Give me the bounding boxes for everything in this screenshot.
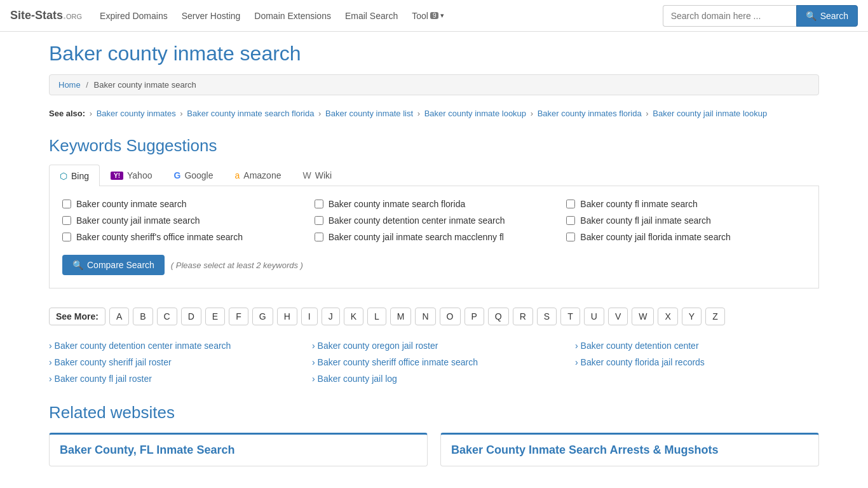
alpha-G[interactable]: G (252, 308, 273, 325)
keyword-label-3[interactable]: Baker county jail inmate search (76, 215, 200, 226)
keyword-checkbox-0[interactable] (62, 200, 71, 208)
alpha-U[interactable]: U (584, 308, 604, 325)
alpha-I[interactable]: I (301, 308, 318, 325)
keyword-checkbox-8[interactable] (566, 233, 575, 241)
alpha-V[interactable]: V (608, 308, 628, 325)
see-also-sep-2: › (318, 109, 321, 118)
alpha-L[interactable]: L (367, 308, 386, 325)
keyword-item-4: Baker county detention center inmate sea… (315, 215, 554, 226)
brand-text: Site-Stats (10, 9, 63, 22)
website-card-1[interactable]: Baker County Inmate Search Arrests & Mug… (440, 433, 819, 466)
alpha-C[interactable]: C (157, 308, 177, 325)
keyword-label-8[interactable]: Baker county jail florida inmate search (580, 232, 731, 242)
keyword-label-7[interactable]: Baker county jail inmate search macclenn… (329, 232, 504, 242)
related-link-3-anchor[interactable]: › Baker county sheriff jail roster (49, 357, 172, 367)
related-link-1-anchor[interactable]: › Baker county oregon jail roster (312, 341, 438, 351)
websites-grid: Baker County, FL Inmate Search Baker Cou… (49, 433, 819, 466)
keyword-label-5[interactable]: Baker county fl jail inmate search (580, 215, 710, 226)
keyword-checkbox-2[interactable] (566, 200, 575, 208)
keyword-item-0: Baker county inmate search (62, 199, 302, 209)
compare-row: 🔍 Compare Search ( Please select at leas… (62, 255, 806, 275)
alpha-O[interactable]: O (440, 308, 461, 325)
alpha-F[interactable]: F (229, 308, 248, 325)
tab-wiki-label: Wiki (315, 170, 332, 180)
yahoo-icon: Y! (111, 172, 123, 180)
keyword-checkbox-5[interactable] (566, 216, 575, 225)
see-also-sep-3: › (417, 109, 420, 118)
brand[interactable]: Site-Stats.ORG (10, 9, 82, 22)
keyword-label-6[interactable]: Baker county sheriff's office inmate sea… (76, 232, 243, 242)
nav-email-search[interactable]: Email Search (345, 11, 398, 21)
keyword-checkbox-7[interactable] (315, 233, 323, 241)
related-link-0-anchor[interactable]: › Baker county detention center inmate s… (49, 341, 231, 351)
related-link-5-anchor[interactable]: › Baker county florida jail records (575, 357, 705, 367)
see-also-link-0[interactable]: Baker county inmates (97, 109, 176, 118)
tab-google[interactable]: G Google (163, 165, 224, 186)
keyword-item-6: Baker county sheriff's office inmate sea… (62, 232, 302, 242)
search-input[interactable] (663, 5, 796, 27)
alpha-S[interactable]: S (537, 308, 557, 325)
keyword-label-0[interactable]: Baker county inmate search (76, 199, 187, 209)
alpha-B[interactable]: B (133, 308, 153, 325)
alpha-H[interactable]: H (277, 308, 297, 325)
tab-yahoo[interactable]: Y! Yahoo (100, 165, 163, 186)
breadcrumb-home[interactable]: Home (58, 80, 81, 90)
nav-domain-extensions[interactable]: Domain Extensions (254, 11, 331, 21)
alpha-P[interactable]: P (465, 308, 484, 325)
related-link-6-anchor[interactable]: › Baker county fl jail roster (49, 374, 152, 384)
tab-bing[interactable]: ⬡ Bing (49, 165, 100, 186)
alpha-R[interactable]: R (513, 308, 533, 325)
keyword-checkbox-1[interactable] (315, 200, 323, 208)
alpha-Y[interactable]: Y (682, 308, 702, 325)
nav-expired-domains[interactable]: Expired Domains (100, 11, 168, 21)
nav-tool[interactable]: Tool 9 ▾ (412, 11, 444, 21)
alpha-K[interactable]: K (344, 308, 363, 325)
alpha-Z[interactable]: Z (705, 308, 725, 325)
tab-wiki[interactable]: W Wiki (292, 165, 342, 186)
see-also-link-3[interactable]: Baker county inmate lookup (424, 109, 526, 118)
alpha-E[interactable]: E (205, 308, 225, 325)
compare-search-button[interactable]: 🔍 Compare Search (62, 255, 165, 275)
alpha-J[interactable]: J (322, 308, 340, 325)
alpha-A[interactable]: A (109, 308, 129, 325)
see-also-link-1[interactable]: Baker county inmate search florida (187, 109, 314, 118)
keyword-item-5: Baker county fl jail inmate search (566, 215, 806, 226)
nav-links: Expired Domains Server Hosting Domain Ex… (100, 11, 663, 21)
keyword-checkbox-6[interactable] (62, 233, 71, 241)
alpha-W[interactable]: W (632, 308, 654, 325)
nav-server-hosting[interactable]: Server Hosting (182, 11, 241, 21)
see-also-sep-5: › (646, 109, 648, 118)
related-link-1: › Baker county oregon jail roster (312, 341, 556, 351)
alpha-N[interactable]: N (415, 308, 435, 325)
related-link-7-anchor[interactable]: › Baker county jail log (312, 374, 397, 384)
search-button[interactable]: 🔍 Search (796, 5, 858, 27)
tab-amazon[interactable]: a Amazone (224, 165, 292, 186)
website-card-0[interactable]: Baker County, FL Inmate Search (49, 433, 428, 466)
navbar: Site-Stats.ORG Expired Domains Server Ho… (0, 0, 868, 32)
alpha-D[interactable]: D (181, 308, 201, 325)
related-link-0: › Baker county detention center inmate s… (49, 341, 293, 351)
alpha-X[interactable]: X (658, 308, 677, 325)
compare-hint: ( Please select at least 2 keywords ) (171, 261, 303, 270)
keyword-checkbox-3[interactable] (62, 216, 71, 225)
google-icon: G (173, 170, 180, 180)
keyword-item-8: Baker county jail florida inmate search (566, 232, 806, 242)
see-also-sep-1: › (180, 109, 182, 118)
related-link-4-anchor[interactable]: › Baker county sheriff office inmate sea… (312, 357, 478, 367)
keyword-label-2[interactable]: Baker county fl inmate search (580, 199, 697, 209)
breadcrumb-current: Baker county inmate search (94, 80, 196, 90)
alpha-Q[interactable]: Q (488, 308, 509, 325)
keyword-checkbox-4[interactable] (315, 216, 323, 225)
keyword-label-1[interactable]: Baker county inmate search florida (329, 199, 466, 209)
related-link-2-anchor[interactable]: › Baker county detention center (575, 341, 699, 351)
see-also-link-2[interactable]: Baker county inmate list (325, 109, 413, 118)
alpha-T[interactable]: T (560, 308, 580, 325)
keyword-label-4[interactable]: Baker county detention center inmate sea… (329, 215, 505, 226)
keyword-item-1: Baker county inmate search florida (315, 199, 554, 209)
see-also-link-4[interactable]: Baker county inmates florida (538, 109, 642, 118)
tab-amazon-label: Amazone (243, 170, 281, 180)
see-also-link-5[interactable]: Baker county jail inmate lookup (653, 109, 767, 118)
related-link-7: › Baker county jail log (312, 374, 556, 384)
alpha-M[interactable]: M (390, 308, 412, 325)
related-websites-title: Related websites (49, 403, 819, 423)
